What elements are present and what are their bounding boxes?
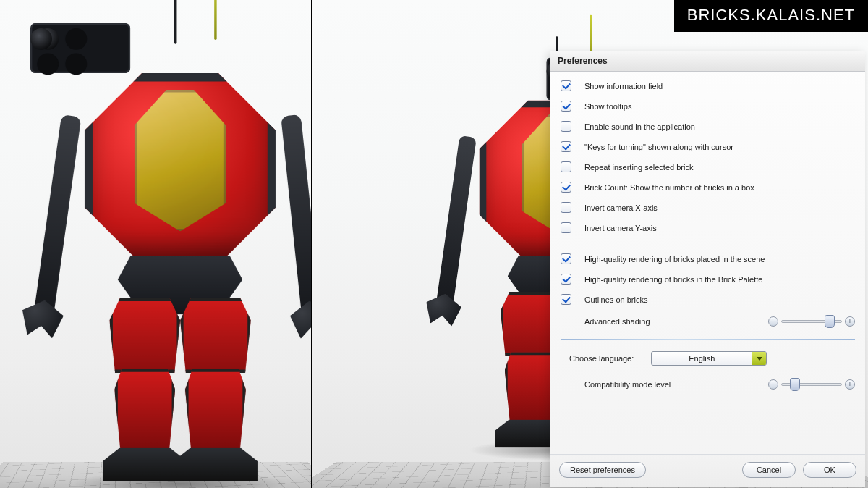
checkbox[interactable]: [561, 80, 571, 91]
checkbox[interactable]: [561, 121, 571, 132]
mech-model: [39, 23, 313, 488]
checkbox[interactable]: [561, 222, 571, 233]
slider-plus-icon[interactable]: +: [845, 316, 855, 327]
mech-leg: [180, 298, 251, 489]
reset-preferences-button[interactable]: Reset preferences: [559, 462, 646, 478]
slider-plus-icon[interactable]: +: [845, 379, 855, 390]
preference-row: Outlines on bricks: [561, 290, 855, 310]
preference-label: Enable sound in the application: [584, 122, 695, 131]
preference-row: Invert camera Y-axis: [561, 218, 855, 238]
preference-row: Enable sound in the application: [561, 117, 855, 137]
language-dropdown[interactable]: English: [651, 351, 767, 366]
mech-arm: [33, 114, 81, 324]
checkbox[interactable]: [561, 253, 571, 264]
separator: [561, 339, 855, 340]
preference-label: Invert camera X-axis: [584, 203, 658, 212]
compatibility-mode-label: Compatibility mode level: [584, 380, 671, 389]
cancel-button[interactable]: Cancel: [742, 462, 796, 478]
separator: [561, 243, 855, 243]
preference-row: "Keys for turning" shown along with curs…: [561, 137, 855, 157]
preference-label: Brick Count: Show the number of bricks i…: [584, 183, 754, 192]
dialog-body: Show information fieldShow tooltipsEnabl…: [550, 72, 865, 454]
preference-row: High-quality rendering of bricks in the …: [561, 269, 855, 290]
dropdown-arrow-icon[interactable]: [752, 352, 766, 365]
preference-label: "Keys for turning" shown along with curs…: [584, 143, 733, 151]
dialog-footer: Reset preferences Cancel OK: [550, 454, 865, 487]
preference-row: High-quality rendering of bricks placed …: [561, 249, 855, 269]
preference-label: High-quality rendering of bricks in the …: [584, 275, 762, 284]
checkbox[interactable]: [561, 141, 571, 152]
language-value: English: [652, 352, 752, 365]
choose-language-label: Choose language:: [569, 354, 634, 363]
preferences-dialog: Preferences Show information fieldShow t…: [550, 51, 865, 487]
slider-minus-icon[interactable]: −: [768, 316, 778, 327]
preference-label: Invert camera Y-axis: [584, 224, 657, 232]
watermark-label: BRICKS.KALAIS.NET: [674, 0, 868, 32]
shoulder-cannon-icon: [30, 23, 130, 73]
preference-row: Show information field: [561, 76, 855, 96]
compatibility-mode-slider[interactable]: − +: [768, 379, 855, 390]
preference-row: Repeat inserting selected brick: [561, 157, 855, 177]
checkbox[interactable]: [561, 274, 571, 285]
advanced-shading-label: Advanced shading: [584, 317, 650, 326]
preference-label: Show information field: [584, 82, 663, 91]
ok-button[interactable]: OK: [803, 462, 856, 478]
render-pane-left: [0, 0, 312, 488]
preference-row: Brick Count: Show the number of bricks i…: [561, 177, 855, 198]
antenna-icon: [174, 0, 176, 44]
checkbox[interactable]: [561, 202, 571, 213]
preference-row: Show tooltips: [561, 96, 855, 117]
preference-label: High-quality rendering of bricks placed …: [584, 255, 765, 264]
preference-label: Outlines on bricks: [584, 295, 647, 304]
checkbox[interactable]: [561, 182, 571, 193]
mech-arm: [281, 114, 312, 324]
preference-label: Show tooltips: [584, 102, 631, 111]
antenna-icon: [214, 0, 216, 40]
mech-canopy: [135, 90, 226, 232]
mech-arm: [435, 135, 476, 314]
preference-label: Repeat inserting selected brick: [584, 163, 693, 172]
checkbox[interactable]: [561, 101, 571, 112]
dialog-title: Preferences: [550, 51, 865, 72]
checkbox[interactable]: [561, 294, 571, 305]
preference-row: Invert camera X-axis: [561, 198, 855, 218]
advanced-shading-slider[interactable]: − +: [768, 316, 855, 327]
checkbox[interactable]: [561, 161, 571, 172]
slider-minus-icon[interactable]: −: [768, 379, 778, 390]
mech-leg: [109, 298, 180, 489]
